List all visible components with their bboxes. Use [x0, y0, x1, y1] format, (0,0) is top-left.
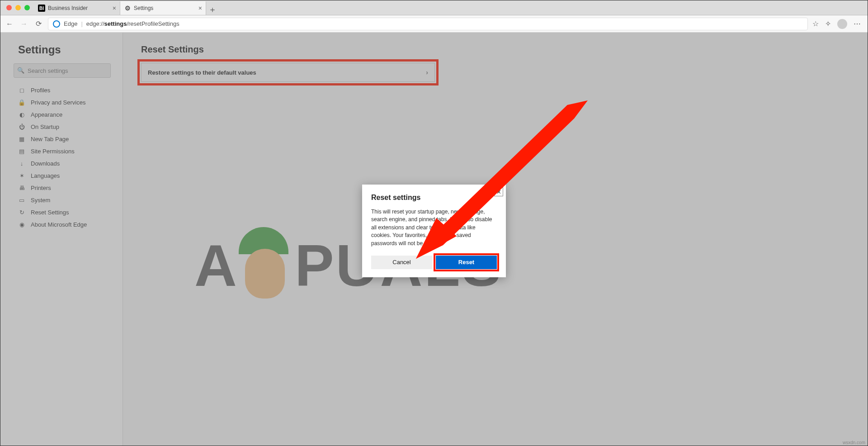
collections-icon[interactable]: ✧ — [825, 19, 831, 28]
forward-button[interactable]: → — [19, 19, 29, 29]
more-menu-icon[interactable]: ⋯ — [854, 19, 861, 28]
image-credit: wsxdn.com — [843, 440, 865, 445]
dialog-layer: ✕ Reset settings This will reset your st… — [0, 33, 868, 446]
reset-button[interactable]: Reset — [436, 256, 497, 269]
dialog-close-button[interactable]: ✕ — [494, 187, 503, 196]
tab-title: Business Insider — [48, 5, 88, 11]
tab-favicon-bi: BI — [38, 5, 45, 12]
window-titlebar: BI Business Insider × ⚙ Settings × ＋ — [0, 0, 868, 15]
tab-title: Settings — [134, 5, 153, 11]
close-icon: ✕ — [496, 189, 501, 195]
close-tab-icon[interactable]: × — [198, 5, 202, 12]
maximize-window-icon[interactable] — [24, 5, 30, 10]
back-button[interactable]: ← — [5, 19, 14, 29]
minimize-window-icon[interactable] — [15, 5, 21, 10]
favorites-star-icon[interactable]: ☆ — [812, 19, 819, 28]
tab-settings[interactable]: ⚙ Settings × — [120, 1, 206, 15]
dialog-title: Reset settings — [371, 194, 497, 202]
separator: | — [81, 20, 82, 27]
address-bar[interactable]: Edge | edge://settings/resetProfileSetti… — [48, 18, 808, 30]
new-tab-button[interactable]: ＋ — [206, 4, 219, 15]
tab-strip: BI Business Insider × ⚙ Settings × ＋ — [34, 0, 219, 15]
site-label: Edge — [64, 20, 77, 27]
reset-settings-dialog: ✕ Reset settings This will reset your st… — [362, 185, 506, 277]
content-area: Settings 🔍 ◻Profiles 🔒Privacy and Servic… — [0, 33, 868, 446]
toolbar: ← → ⟳ Edge | edge://settings/resetProfil… — [0, 15, 868, 33]
profile-avatar-icon[interactable] — [837, 19, 847, 29]
url-text: edge://settings/resetProfileSettings — [86, 20, 179, 27]
site-identity-icon — [53, 20, 60, 28]
tab-favicon-gear-icon: ⚙ — [124, 5, 131, 12]
tab-business-insider[interactable]: BI Business Insider × — [34, 1, 120, 15]
close-tab-icon[interactable]: × — [113, 5, 116, 12]
close-window-icon[interactable] — [6, 5, 12, 10]
reload-button[interactable]: ⟳ — [33, 19, 43, 29]
traffic-lights — [4, 5, 34, 10]
cancel-button[interactable]: Cancel — [371, 256, 432, 269]
dialog-body: This will reset your startup page, new t… — [371, 208, 497, 247]
